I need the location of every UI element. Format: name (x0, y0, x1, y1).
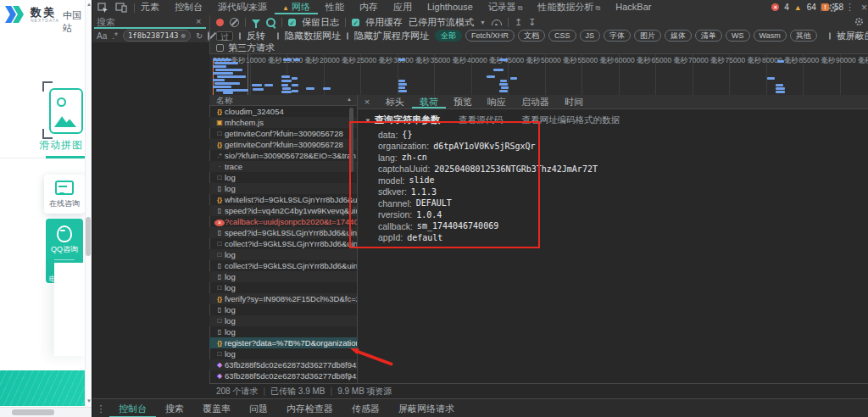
throttling-dropdown-caret[interactable]: ▼ (480, 19, 486, 25)
filter-input[interactable]: 过滤 (216, 31, 233, 41)
throttling-select[interactable]: 已停用节流模式 (409, 16, 474, 29)
request-row[interactable]: ·trace (209, 161, 357, 172)
request-row[interactable]: ◆63fb288f5dc02e62873d36277db8f942… (209, 370, 357, 381)
invert-filter-checkbox[interactable] (239, 32, 241, 40)
requests-column-header[interactable]: 名称 (209, 95, 357, 106)
devtools-tab-Lighthouse[interactable]: Lighthouse (420, 0, 481, 14)
page-horizontal-scrollbar-thumb[interactable] (12, 409, 54, 415)
search-query-chip[interactable]: 1f8b2387143 ⊗ (123, 30, 191, 42)
filter-chip-文档[interactable]: 文档 (518, 30, 545, 42)
hide-extension-urls-label[interactable]: 隐藏扩展程序网址 (354, 30, 429, 42)
filter-chip-CSS[interactable]: CSS (548, 30, 576, 42)
drawer-tab-搜索[interactable]: 搜索 (156, 399, 193, 417)
disable-cache-checkbox[interactable]: ✓ (352, 19, 359, 26)
devtools-tab-元素[interactable]: 元素 (133, 0, 167, 14)
request-row[interactable]: ▯log (209, 183, 357, 194)
network-overview-timeline[interactable]: 5000 毫秒10000 毫秒15000 毫秒20000 毫秒25000 毫秒3… (209, 54, 868, 96)
devtools-tab-源代码/来源[interactable]: 源代码/来源 (210, 0, 275, 14)
collapse-caret-icon[interactable]: ▼ (364, 117, 371, 125)
qq-consult-label[interactable]: QQ咨询 (46, 244, 83, 255)
brand-logo-icon[interactable] (5, 6, 27, 23)
page-vertical-scrollbar[interactable]: ▲ ▼ (85, 0, 92, 407)
request-row[interactable]: ▯log (209, 326, 357, 337)
scrollbar-down-arrow[interactable]: ▼ (86, 398, 92, 403)
request-row[interactable]: □log (209, 315, 357, 326)
request-row[interactable]: {}register?data=%7B%7D&organization… (209, 337, 357, 348)
scrollbar-up-arrow[interactable]: ▲ (86, 2, 92, 7)
filter-chip-JS[interactable]: JS (580, 30, 601, 42)
drawer-tab-传感器[interactable]: 传感器 (342, 399, 389, 417)
request-row[interactable]: □collect?id=9GkL9SLGjnYrr8bJd6&uin=… (209, 238, 357, 249)
network-settings-gear-icon[interactable] (854, 17, 864, 28)
request-row[interactable]: □log (209, 249, 357, 260)
requests-scrollbar-up-arrow[interactable]: ▲ (347, 97, 352, 102)
devtools-tab-性能数据分析[interactable]: 性能数据分析⧉ (531, 0, 609, 14)
drawer-tab-屏蔽网络请求[interactable]: 屏蔽网络请求 (389, 399, 464, 417)
details-tab-启动器[interactable]: 启动器 (514, 95, 557, 108)
disable-cache-label[interactable]: 停用缓存 (365, 16, 403, 29)
view-urlencoded-link[interactable]: 查看网址编码格式的数据 (521, 114, 620, 126)
blocked-cookies-checkbox[interactable] (829, 32, 831, 40)
import-har-icon[interactable]: ↥ (515, 18, 522, 27)
devtools-tab-HackBar[interactable]: HackBar (608, 0, 659, 14)
online-consult-widget[interactable]: 在线咨询 (44, 175, 85, 214)
inspect-element-icon[interactable] (97, 3, 108, 14)
request-row[interactable]: □log (209, 282, 357, 293)
filter-chip-媒体[interactable]: 媒体 (665, 30, 692, 42)
warning-count[interactable]: 64 (807, 3, 816, 12)
refresh-search-icon[interactable]: ↻ (196, 31, 203, 41)
regex-toggle[interactable]: .* (112, 31, 118, 41)
request-row[interactable]: ▣mhchem.js (209, 117, 357, 128)
details-tab-载荷[interactable]: 载荷 (412, 95, 446, 108)
details-tab-响应[interactable]: 响应 (480, 95, 514, 108)
drawer-tab-覆盖率[interactable]: 覆盖率 (193, 399, 240, 417)
details-tab-标头[interactable]: 标头 (378, 95, 412, 108)
requests-scrollbar-down-arrow[interactable]: ▼ (347, 376, 352, 381)
request-row[interactable]: ▯collect?id=9GkL9SLGjnYrr8bJd6&uin=… (209, 260, 357, 271)
export-har-icon[interactable]: ↧ (528, 18, 536, 27)
request-row[interactable]: □log (209, 348, 357, 359)
request-row[interactable]: {}cloudim_324054 (209, 106, 357, 117)
network-conditions-icon[interactable] (492, 19, 502, 25)
request-row[interactable]: □getInviteConf?kfuin=3009056728 (209, 128, 357, 139)
filter-chip-其他[interactable]: 其他 (790, 30, 817, 42)
request-row[interactable]: {}whitelist?id=9GkL9SLGjnYrr8bJd6&uin… (209, 194, 357, 205)
request-row[interactable]: ▯log (209, 304, 357, 315)
filter-chip-字体[interactable]: 字体 (604, 30, 631, 42)
request-row[interactable]: ▯speed?id=vq4n2C4by1vw9Kvevq&uin… (209, 205, 357, 216)
settings-gear-icon[interactable] (828, 3, 838, 13)
preserve-log-label[interactable]: 保留日志 (302, 16, 339, 29)
devtools-tab-性能[interactable]: 性能 (318, 0, 352, 14)
third-party-label[interactable]: 第三方请求 (228, 42, 275, 54)
devtools-tab-网络[interactable]: ▲网络 (275, 0, 318, 14)
invert-filter-label[interactable]: 反转 (247, 30, 265, 42)
kebab-menu-icon[interactable]: ⋮ (845, 2, 854, 13)
drawer-tab-控制台[interactable]: 控制台 (109, 399, 156, 417)
devtools-tab-记录器[interactable]: 记录器⧉ (481, 0, 531, 14)
page-vertical-scrollbar-thumb[interactable] (86, 217, 91, 256)
details-tab-预览[interactable]: 预览 (446, 95, 480, 108)
drawer-tab-内存检查器[interactable]: 内存检查器 (277, 399, 342, 417)
hide-extension-urls-checkbox[interactable] (347, 32, 348, 40)
filter-icon[interactable] (252, 19, 260, 25)
remove-query-icon[interactable]: ⊗ (181, 31, 186, 40)
third-party-checkbox[interactable] (216, 44, 224, 52)
close-devtools-icon[interactable]: × (861, 2, 867, 14)
query-string-params-title[interactable]: ▼查询字符串参数 (364, 114, 440, 126)
drawer-tab-问题[interactable]: 问题 (240, 399, 277, 417)
details-tab-时间[interactable]: 时间 (557, 95, 591, 108)
devtools-tab-内存[interactable]: 内存 (352, 0, 386, 14)
request-row[interactable]: ▯log (209, 271, 357, 282)
nav-item-china-site[interactable]: 中国站 (63, 9, 85, 35)
filter-chip-WS[interactable]: WS (726, 30, 750, 42)
clear-network-log-icon[interactable] (230, 18, 239, 27)
request-row[interactable]: {}getInviteConf?kfuin=3009056728 (209, 139, 357, 150)
request-row[interactable]: .*sio/?kfuin=3009056728&EIO=3&tran… (209, 150, 357, 161)
devtools-tab-控制台[interactable]: 控制台 (167, 0, 210, 14)
device-toolbar-icon[interactable] (115, 3, 127, 13)
request-row[interactable]: ×?callback=uuidjsonpcb2020&t=17440… (209, 216, 357, 227)
request-row[interactable]: {}fverify?sy=IN908%2F15Dcl%3D&fc=2… (209, 293, 357, 304)
close-details-icon[interactable]: × (358, 97, 376, 107)
request-row[interactable]: □log (209, 172, 357, 183)
match-case-toggle[interactable]: Aa (97, 31, 107, 41)
